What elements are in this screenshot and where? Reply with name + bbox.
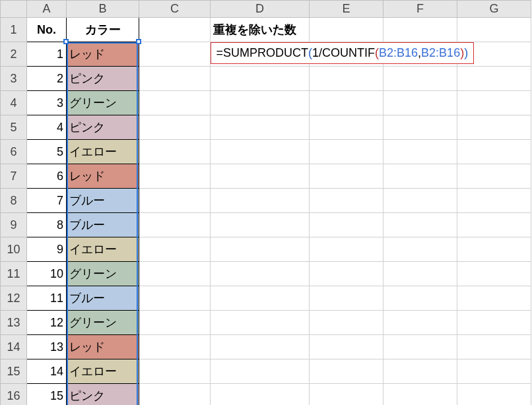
cell[interactable] [310,164,383,189]
cell[interactable] [211,286,310,311]
cell[interactable] [383,237,457,262]
col-header-B[interactable]: B [67,1,139,18]
cell[interactable] [457,189,531,213]
cell[interactable] [310,335,383,359]
cell[interactable] [139,67,211,91]
row-header-8[interactable]: 8 [1,189,27,213]
cell[interactable]: グリーン [67,262,139,286]
cell[interactable] [310,359,383,384]
cell[interactable]: グリーン [67,311,139,335]
row-header-5[interactable]: 5 [1,115,27,140]
cell[interactable] [310,91,383,115]
cell[interactable] [139,335,211,359]
cell[interactable] [211,359,310,384]
cell[interactable]: 5 [27,140,67,164]
cell[interactable]: 13 [27,335,67,359]
row-header-7[interactable]: 7 [1,164,27,189]
cell[interactable]: レッド [67,335,139,359]
cell[interactable] [211,91,310,115]
cell[interactable] [457,237,531,262]
cell[interactable] [383,67,457,91]
col-header-C[interactable]: C [139,1,211,18]
col-header-G[interactable]: G [457,1,531,18]
row-header-10[interactable]: 10 [1,237,27,262]
cell[interactable] [457,140,531,164]
cell[interactable]: 12 [27,311,67,335]
cell[interactable] [139,311,211,335]
cell[interactable]: イエロー [67,359,139,384]
cell[interactable]: グリーン [67,91,139,115]
col-header-F[interactable]: F [383,1,457,18]
col-header-D[interactable]: D [211,1,310,18]
cell[interactable]: 15 [27,384,67,406]
cell[interactable]: レッド [67,42,139,67]
row-header-2[interactable]: 2 [1,42,27,67]
cell[interactable] [383,359,457,384]
cell[interactable] [139,384,211,406]
cell[interactable]: 2 [27,67,67,91]
cell[interactable] [310,140,383,164]
cell[interactable] [211,311,310,335]
cell[interactable]: 8 [27,213,67,237]
row-header-4[interactable]: 4 [1,91,27,115]
row-header-13[interactable]: 13 [1,311,27,335]
cell[interactable] [383,213,457,237]
cell[interactable] [457,262,531,286]
cell[interactable] [139,262,211,286]
cell[interactable] [211,115,310,140]
cell[interactable] [383,335,457,359]
cell[interactable] [383,311,457,335]
cell[interactable] [310,262,383,286]
cell[interactable] [139,140,211,164]
cell[interactable] [383,384,457,406]
cell[interactable] [211,335,310,359]
formula-edit-box[interactable]: =SUMPRODUCT(1/COUNTIF(B2:B16,B2:B16)) [211,42,475,64]
cell[interactable] [139,189,211,213]
row-header-9[interactable]: 9 [1,213,27,237]
row-header-12[interactable]: 12 [1,286,27,311]
cell[interactable]: No. [27,18,67,42]
cell[interactable] [139,237,211,262]
row-header-11[interactable]: 11 [1,262,27,286]
cell[interactable] [211,213,310,237]
cell[interactable]: 1 [27,42,67,67]
cell[interactable]: 14 [27,359,67,384]
cell[interactable] [457,311,531,335]
cell[interactable] [211,384,310,406]
cell[interactable] [310,384,383,406]
cell[interactable] [139,42,211,67]
cell[interactable] [139,286,211,311]
cell[interactable] [310,189,383,213]
cell[interactable]: 11 [27,286,67,311]
cell[interactable] [457,67,531,91]
cell[interactable] [139,18,211,42]
cell[interactable] [383,262,457,286]
row-header-3[interactable]: 3 [1,67,27,91]
cell[interactable] [457,115,531,140]
cell[interactable] [383,18,457,42]
col-header-A[interactable]: A [27,1,67,18]
cell[interactable]: レッド [67,164,139,189]
cell[interactable]: 4 [27,115,67,140]
cell[interactable] [383,286,457,311]
cell[interactable]: イエロー [67,140,139,164]
row-header-15[interactable]: 15 [1,359,27,384]
cell[interactable] [310,18,383,42]
cell[interactable] [383,91,457,115]
cell[interactable] [457,384,531,406]
cell[interactable] [383,115,457,140]
cell[interactable] [211,237,310,262]
cell[interactable]: ブルー [67,213,139,237]
cell[interactable] [211,67,310,91]
cell[interactable] [139,164,211,189]
cell[interactable] [457,91,531,115]
cell[interactable] [139,91,211,115]
row-header-6[interactable]: 6 [1,140,27,164]
cell[interactable] [211,262,310,286]
cell[interactable]: ブルー [67,286,139,311]
cell[interactable]: ピンク [67,115,139,140]
cell[interactable] [383,189,457,213]
row-header-16[interactable]: 16 [1,384,27,406]
cell[interactable] [383,164,457,189]
cell[interactable] [139,213,211,237]
